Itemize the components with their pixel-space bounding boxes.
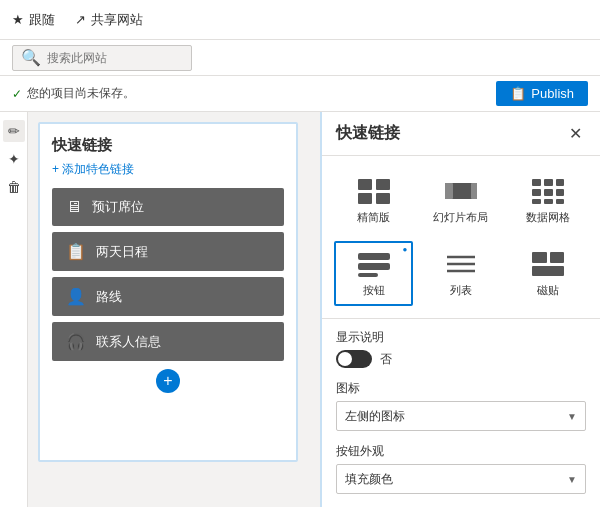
svg-rect-7 bbox=[532, 179, 541, 186]
button-style-label: 按钮外观 bbox=[336, 443, 586, 460]
move-icon[interactable]: ✦ bbox=[3, 148, 25, 170]
star-icon: ★ bbox=[12, 12, 24, 27]
svg-rect-9 bbox=[556, 179, 564, 186]
display-desc-label: 显示说明 bbox=[336, 329, 586, 346]
compact-label: 精简版 bbox=[357, 210, 390, 225]
publish-notice-text: 您的项目尚未保存。 bbox=[27, 85, 135, 102]
button-label: 按钮 bbox=[363, 283, 385, 298]
button-icon bbox=[354, 249, 394, 279]
layout-list[interactable]: 列表 bbox=[421, 241, 500, 306]
link-label-2: 路线 bbox=[96, 288, 122, 306]
toggle-row: 否 bbox=[336, 350, 586, 368]
publish-button[interactable]: 📋 Publish bbox=[496, 81, 588, 106]
link-label-1: 两天日程 bbox=[96, 243, 148, 261]
right-panel: 快速链接 ✕ 精简版 bbox=[320, 112, 600, 507]
svg-rect-14 bbox=[544, 199, 553, 204]
main-area: ✏ ✦ 🗑 快速链接 + 添加特色链接 🖥 预订席位 📋 两天日程 👤 路线 bbox=[0, 112, 600, 507]
link-icon-2: 👤 bbox=[66, 287, 86, 306]
button-style-select-wrap[interactable]: 填充颜色轮廓无样式 ▼ bbox=[336, 464, 586, 494]
icon-row: 图标 左侧的图标顶部的图标无图标 ▼ bbox=[336, 380, 586, 431]
trash-icon[interactable]: 🗑 bbox=[3, 176, 25, 198]
icon-select-wrap[interactable]: 左侧的图标顶部的图标无图标 ▼ bbox=[336, 401, 586, 431]
link-item-2[interactable]: 👤 路线 bbox=[52, 277, 284, 316]
add-link-button[interactable]: + 添加特色链接 bbox=[52, 161, 284, 178]
icon-select[interactable]: 左侧的图标顶部的图标无图标 bbox=[345, 409, 577, 423]
layout-button[interactable]: 按钮 bbox=[334, 241, 413, 306]
datagrid-icon bbox=[528, 176, 568, 206]
webpart-title: 快速链接 bbox=[52, 136, 284, 155]
link-icon-3: 🎧 bbox=[66, 332, 86, 351]
link-item-3[interactable]: 🎧 联系人信息 bbox=[52, 322, 284, 361]
toggle-text: 否 bbox=[380, 351, 392, 368]
edit-icon[interactable]: ✏ bbox=[3, 120, 25, 142]
link-item-0[interactable]: 🖥 预订席位 bbox=[52, 188, 284, 226]
link-item-1[interactable]: 📋 两天日程 bbox=[52, 232, 284, 271]
list-icon bbox=[441, 249, 481, 279]
check-icon: ✓ bbox=[12, 87, 22, 101]
link-label-3: 联系人信息 bbox=[96, 333, 161, 351]
svg-rect-12 bbox=[556, 189, 564, 196]
add-bottom-button[interactable]: + bbox=[52, 369, 284, 393]
svg-rect-5 bbox=[445, 183, 453, 199]
list-label: 列表 bbox=[450, 283, 472, 298]
settings-section: 显示说明 否 图标 左侧的图标顶部的图标无图标 ▼ 按钮外观 填充颜色轮廓无样式 bbox=[322, 319, 600, 507]
icon-label: 图标 bbox=[336, 380, 586, 397]
publish-notice: ✓ 您的项目尚未保存。 bbox=[12, 85, 135, 102]
add-bottom-icon: + bbox=[156, 369, 180, 393]
display-desc-toggle[interactable] bbox=[336, 350, 372, 368]
search-bar: 🔍 bbox=[0, 40, 600, 76]
layout-grid: 精简版 幻灯片布局 bbox=[322, 156, 600, 319]
top-bar: ★ 跟随 ↗ 共享网站 bbox=[0, 0, 600, 40]
svg-rect-11 bbox=[544, 189, 553, 196]
layout-filmstrip[interactable]: 幻灯片布局 bbox=[421, 168, 500, 233]
svg-rect-13 bbox=[532, 199, 541, 204]
svg-rect-15 bbox=[556, 199, 564, 204]
svg-rect-24 bbox=[532, 266, 564, 276]
layout-compact[interactable]: 精简版 bbox=[334, 168, 413, 233]
add-link-label: + 添加特色链接 bbox=[52, 161, 134, 178]
share-icon: ↗ bbox=[75, 12, 86, 27]
search-wrap[interactable]: 🔍 bbox=[12, 45, 192, 71]
svg-rect-22 bbox=[532, 252, 547, 263]
tiles-label: 磁贴 bbox=[537, 283, 559, 298]
publish-bar: ✓ 您的项目尚未保存。 📋 Publish bbox=[0, 76, 600, 112]
filmstrip-label: 幻灯片布局 bbox=[433, 210, 488, 225]
canvas-area: 快速链接 + 添加特色链接 🖥 预订席位 📋 两天日程 👤 路线 🎧 联系人信息 bbox=[28, 112, 320, 507]
svg-rect-8 bbox=[544, 179, 553, 186]
layout-datagrid[interactable]: 数据网格 bbox=[509, 168, 588, 233]
button-style-row: 按钮外观 填充颜色轮廓无样式 ▼ bbox=[336, 443, 586, 494]
filmstrip-icon bbox=[441, 176, 481, 206]
svg-rect-16 bbox=[358, 253, 390, 260]
share-label: 共享网站 bbox=[91, 11, 143, 29]
svg-rect-2 bbox=[358, 193, 372, 204]
datagrid-label: 数据网格 bbox=[526, 210, 570, 225]
quick-links-webpart: 快速链接 + 添加特色链接 🖥 预订席位 📋 两天日程 👤 路线 🎧 联系人信息 bbox=[38, 122, 298, 462]
panel-header: 快速链接 ✕ bbox=[322, 112, 600, 156]
svg-rect-17 bbox=[358, 263, 390, 270]
svg-rect-18 bbox=[358, 273, 378, 277]
search-icon: 🔍 bbox=[21, 48, 41, 67]
display-desc-row: 显示说明 否 bbox=[336, 329, 586, 368]
svg-rect-0 bbox=[358, 179, 372, 190]
close-button[interactable]: ✕ bbox=[565, 122, 586, 145]
compact-icon bbox=[354, 176, 394, 206]
link-label-0: 预订席位 bbox=[92, 198, 144, 216]
search-input[interactable] bbox=[47, 51, 187, 65]
layout-tiles[interactable]: 磁贴 bbox=[509, 241, 588, 306]
link-icon-1: 📋 bbox=[66, 242, 86, 261]
publish-book-icon: 📋 bbox=[510, 86, 526, 101]
svg-rect-6 bbox=[471, 183, 477, 199]
svg-rect-1 bbox=[376, 179, 390, 190]
tiles-icon bbox=[528, 249, 568, 279]
button-style-select[interactable]: 填充颜色轮廓无样式 bbox=[345, 472, 577, 486]
svg-rect-3 bbox=[376, 193, 390, 204]
follow-item[interactable]: ★ 跟随 bbox=[12, 11, 55, 29]
svg-rect-23 bbox=[550, 252, 564, 263]
share-item[interactable]: ↗ 共享网站 bbox=[75, 11, 143, 29]
publish-button-label: Publish bbox=[531, 86, 574, 101]
panel-title: 快速链接 bbox=[336, 123, 400, 144]
left-sidebar: ✏ ✦ 🗑 bbox=[0, 112, 28, 507]
svg-rect-10 bbox=[532, 189, 541, 196]
follow-label: 跟随 bbox=[29, 11, 55, 29]
link-icon-0: 🖥 bbox=[66, 198, 82, 216]
